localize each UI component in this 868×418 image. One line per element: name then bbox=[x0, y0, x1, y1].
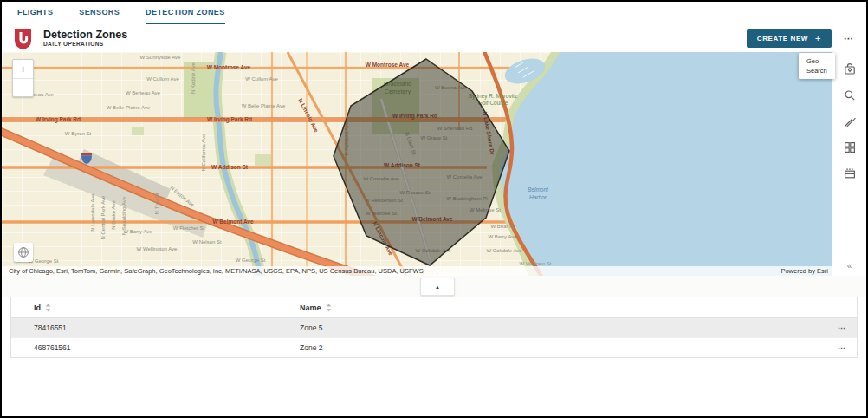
column-header-name[interactable]: Name bbox=[300, 304, 321, 312]
tab-detection-zones-label: DETECTION ZONES bbox=[146, 8, 225, 16]
street-label: Belmont bbox=[528, 186, 549, 193]
page-header: Detection Zones DAILY OPERATIONS CREATE … bbox=[2, 24, 866, 52]
geo-search-tooltip: Geo Search bbox=[799, 53, 835, 79]
street-label: W Montrose Ave bbox=[207, 64, 251, 70]
map-tool-sidebar: « bbox=[832, 52, 866, 276]
street-label: W Irving Park Rd bbox=[36, 116, 81, 123]
globe-icon bbox=[17, 246, 29, 258]
street-label: W Belle Plaine Ave bbox=[242, 103, 286, 108]
street-label: N Troy St bbox=[154, 193, 159, 214]
map-canvas[interactable]: W Sunnyside AveW Montrose AveW Montrose … bbox=[2, 52, 835, 276]
street-label: W Berteau Ave bbox=[126, 90, 161, 95]
sketch-tool[interactable] bbox=[832, 108, 866, 134]
row-more-menu-button[interactable]: ⋯ bbox=[838, 343, 846, 352]
geo-search-tooltip-line1: Geo bbox=[806, 56, 835, 66]
street-label: N Central Park Ave bbox=[100, 195, 106, 240]
tab-detection-zones[interactable]: DETECTION ZONES bbox=[146, 2, 225, 24]
create-new-button[interactable]: CREATE NEW + bbox=[747, 29, 832, 48]
attribution-globe-button[interactable] bbox=[14, 243, 33, 262]
map-lake bbox=[500, 52, 835, 276]
detection-zones-table: Id Name 78416551 Zone 5 ⋯ 468761561 bbox=[10, 297, 858, 358]
top-tab-bar: FLIGHTS SENSORS DETECTION ZONES bbox=[2, 2, 866, 24]
street-label: N Drake Ave bbox=[111, 200, 116, 230]
map-attribution-bar: City of Chicago, Esri, TomTom, Garmin, S… bbox=[2, 266, 835, 276]
street-label: W Wellington Ave bbox=[137, 246, 178, 251]
search-icon bbox=[843, 88, 857, 102]
create-new-label: CREATE NEW bbox=[757, 35, 808, 42]
layer-list-icon bbox=[843, 167, 857, 180]
street-label: Golf Course bbox=[478, 100, 508, 106]
map-park bbox=[132, 127, 144, 135]
page-subtitle: DAILY OPERATIONS bbox=[43, 41, 127, 47]
street-label: N Kedzie Ave bbox=[191, 62, 196, 94]
powered-by-esri: Powered by Esri bbox=[781, 267, 828, 275]
street-label: W Cullom Ave bbox=[146, 76, 179, 82]
plus-icon: + bbox=[815, 33, 821, 43]
street-label: W Nelson St bbox=[192, 239, 222, 245]
collapse-table-button[interactable]: ▲ bbox=[420, 278, 455, 296]
zoom-out-button[interactable]: − bbox=[13, 78, 33, 96]
map-park bbox=[255, 154, 272, 166]
street-label: W Fletcher St bbox=[173, 225, 205, 231]
street-label: W Barry Ave bbox=[488, 234, 517, 239]
street-label: W Oakdale Ave bbox=[486, 248, 522, 253]
street-label: N Lawndale Ave bbox=[90, 193, 95, 232]
geo-search-tooltip-line2: Search bbox=[806, 66, 835, 75]
zone-name: Zone 2 bbox=[300, 343, 322, 352]
street-label: W Montrose Ave bbox=[366, 62, 410, 68]
map-attribution-text: City of Chicago, Esri, TomTom, Garmin, S… bbox=[9, 267, 424, 275]
zone-name: Zone 5 bbox=[300, 323, 322, 332]
zone-id: 78416551 bbox=[34, 323, 67, 332]
sketch-icon bbox=[843, 114, 857, 128]
tab-flights[interactable]: FLIGHTS bbox=[17, 2, 53, 24]
map-park bbox=[184, 62, 214, 118]
street-label: W George St bbox=[236, 258, 266, 263]
map-zoom-control: + − bbox=[12, 59, 34, 97]
street-label: N California Ave bbox=[201, 134, 206, 172]
basemap-icon bbox=[843, 140, 857, 154]
street-label: W Sunnyside Ave bbox=[140, 55, 182, 60]
search-tool[interactable] bbox=[832, 82, 866, 108]
sort-icon[interactable] bbox=[326, 304, 332, 312]
table-row[interactable]: 78416551 Zone 5 ⋯ bbox=[11, 318, 857, 337]
street-label: W Addison St bbox=[211, 164, 249, 170]
app-window: FLIGHTS SENSORS DETECTION ZONES Detectio… bbox=[0, 0, 868, 418]
street-label: W Irving Park Rd bbox=[207, 116, 252, 123]
layer-list-tool[interactable] bbox=[832, 160, 866, 186]
street-label: W Byron St bbox=[65, 131, 92, 136]
street-label: W Cullom Ave bbox=[245, 76, 278, 82]
row-more-menu-button[interactable]: ⋯ bbox=[838, 323, 846, 332]
street-label: W Belmont Ave bbox=[212, 219, 254, 225]
geo-search-tool[interactable] bbox=[832, 56, 866, 82]
map-container: W Sunnyside AveW Montrose AveW Montrose … bbox=[2, 52, 835, 276]
panel-divider-strip: ▲ bbox=[2, 276, 866, 297]
header-more-menu-button[interactable]: ⋯ bbox=[844, 33, 854, 44]
street-label: W Barry Ave bbox=[123, 229, 152, 234]
zoom-in-button[interactable]: + bbox=[13, 60, 33, 78]
table-header-row: Id Name bbox=[11, 297, 857, 318]
sort-icon[interactable] bbox=[45, 304, 51, 312]
street-label: N Spaulding Ave bbox=[121, 196, 126, 235]
app-logo-shield-icon bbox=[14, 28, 32, 49]
tab-sensors[interactable]: SENSORS bbox=[79, 2, 120, 24]
table-row[interactable]: 468761561 Zone 2 ⋯ bbox=[11, 337, 857, 357]
basemap-tool[interactable] bbox=[832, 134, 866, 160]
street-label: Harbor bbox=[529, 194, 547, 200]
sidebar-collapse-button[interactable]: « bbox=[832, 261, 866, 271]
street-label: W Belle Plaine Ave bbox=[107, 105, 151, 110]
geo-search-icon bbox=[843, 62, 857, 76]
zone-id: 468761561 bbox=[34, 343, 71, 352]
street-label: W Briar Pl bbox=[491, 224, 515, 229]
column-header-id[interactable]: Id bbox=[34, 304, 41, 312]
page-title: Detection Zones bbox=[43, 29, 127, 41]
tab-flights-label: FLIGHTS bbox=[17, 8, 53, 16]
tab-sensors-label: SENSORS bbox=[79, 8, 120, 16]
